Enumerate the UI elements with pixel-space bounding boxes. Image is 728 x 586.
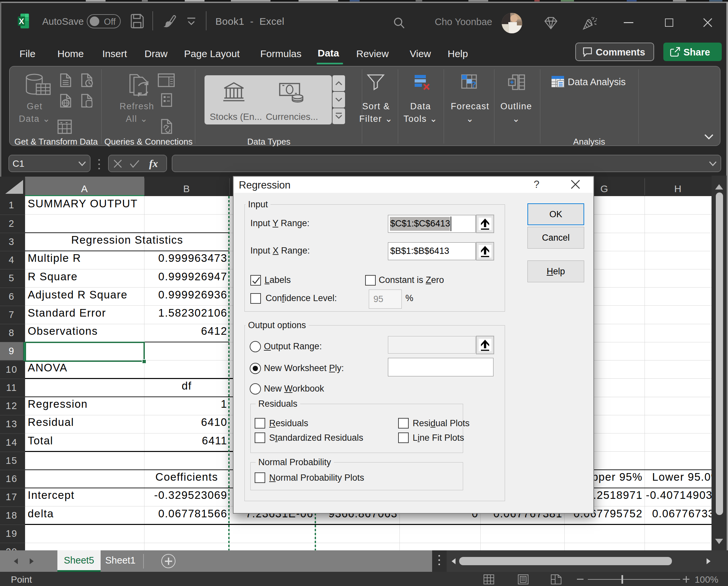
svg-text:?: ? xyxy=(471,79,476,90)
svg-text:X: X xyxy=(19,17,24,26)
